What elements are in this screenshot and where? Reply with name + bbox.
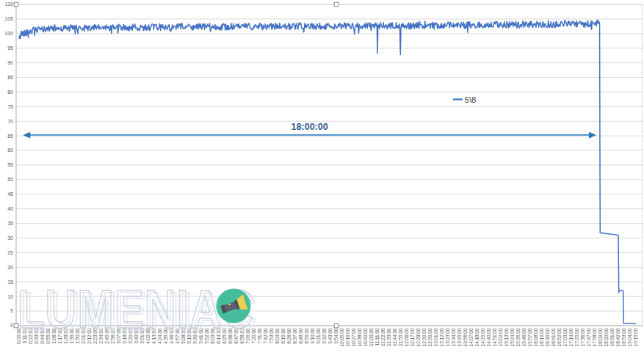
y-axis-tick-label: 15: [7, 279, 13, 285]
x-axis-tick-label: 11:33:00: [386, 328, 391, 346]
x-axis-tick-label: 15:57:00: [527, 328, 532, 346]
y-axis-tick-label: 105: [4, 16, 13, 21]
x-axis-tick-label: 12:28:00: [416, 328, 421, 346]
x-axis-tick-label: 9:21:00: [316, 328, 321, 344]
x-axis-tick-label: 16:41:00: [551, 328, 556, 346]
x-axis-tick-label: 9:54:00: [333, 328, 339, 344]
x-axis-tick-label: 12:06:00: [404, 328, 409, 346]
y-axis-tick-label: 65: [7, 133, 13, 139]
duration-arrow-label: 18:00:00: [292, 122, 328, 132]
x-axis-tick-label: 16:52:00: [557, 328, 562, 346]
x-axis-tick-label: 17:14:00: [568, 328, 574, 346]
selection-handle[interactable]: [14, 2, 18, 7]
y-axis-tick-label: 85: [7, 75, 13, 80]
y-axis-tick-label: 75: [7, 104, 13, 109]
y-axis-tick-label: 5: [10, 308, 13, 313]
x-axis-tick-label: 7:53:00: [269, 328, 274, 344]
x-axis-tick-label: 16:19:00: [539, 328, 544, 346]
x-axis-tick-label: 11:00:00: [369, 328, 374, 346]
x-axis-tick-label: 19:04:00: [627, 328, 632, 346]
x-axis-tick-label: 10:16:00: [345, 328, 350, 346]
x-axis-tick-label: 8:48:00: [298, 328, 303, 344]
x-axis-tick-label: 12:39:00: [422, 328, 427, 346]
x-axis-tick-label: 9:10:00: [310, 328, 315, 344]
y-axis-tick-label: 45: [7, 191, 13, 197]
logo-flashlight-icon: [217, 289, 251, 323]
x-axis-tick-label: 8:26:00: [286, 328, 292, 344]
y-axis-tick-label: 50: [7, 177, 13, 182]
x-axis-tick-label: 18:42:00: [615, 328, 621, 346]
y-axis-tick-label: 25: [7, 250, 13, 255]
x-axis-tick-label: 11:44:00: [392, 328, 397, 346]
x-axis-tick-label: 14:40:00: [486, 328, 491, 346]
runtime-chart: 0510152025303540455055606570758085909510…: [0, 0, 644, 355]
legend-label: 5\8: [465, 95, 477, 104]
x-axis-tick-label: 16:30:00: [545, 328, 550, 346]
x-axis-tick-label: 13:23:00: [445, 328, 450, 346]
x-axis-tick-label: 14:07:00: [468, 328, 474, 346]
x-axis-tick-label: 15:24:00: [510, 328, 515, 346]
x-axis-tick-label: 7:42:00: [263, 328, 268, 344]
y-axis-tick-label: 60: [7, 147, 13, 153]
y-axis-tick-label: 100: [4, 31, 13, 36]
x-axis-tick-label: 14:29:00: [480, 328, 485, 346]
x-axis-tick-label: 18:20:00: [604, 328, 609, 346]
x-axis-tick-label: 15:46:00: [521, 328, 527, 346]
x-axis-tick-label: 17:58:00: [592, 328, 597, 346]
x-axis-tick-label: 15:13:00: [504, 328, 509, 346]
x-axis-tick-label: 16:08:00: [533, 328, 538, 346]
y-axis-tick-label: 55: [7, 162, 13, 167]
x-axis-tick-label: 14:18:00: [474, 328, 480, 346]
x-axis-tick-label: 13:45:00: [457, 328, 462, 346]
y-axis-tick-label: 70: [7, 119, 13, 124]
x-axis-tick-label: 13:56:00: [463, 328, 468, 346]
x-axis-tick-label: 13:34:00: [451, 328, 456, 346]
y-axis-tick-label: 0: [10, 323, 13, 328]
duration-arrow[interactable]: [23, 132, 596, 139]
selection-handle[interactable]: [334, 2, 339, 7]
y-axis-tick-label: 80: [7, 89, 13, 95]
x-axis-tick-label: 19:15:00: [633, 328, 638, 346]
x-axis-tick-label: 12:50:00: [427, 328, 433, 346]
x-axis-tick-label: 12:17:00: [410, 328, 415, 346]
x-axis-tick-label: 11:55:00: [398, 328, 403, 346]
x-axis-tick-label: 7:31:00: [257, 328, 262, 344]
x-axis-tick-label: 11:22:00: [380, 328, 386, 346]
x-axis-tick-label: 18:31:00: [609, 328, 615, 346]
x-axis-tick-label: 8:37:00: [292, 328, 297, 344]
x-axis-tick-label: 18:09:00: [598, 328, 603, 346]
y-axis-tick-label: 90: [7, 60, 13, 65]
x-axis-tick-label: 9:43:00: [328, 328, 333, 344]
y-axis-tick-label: 110: [5, 1, 13, 7]
x-axis-tick-label: 8:15:00: [281, 328, 286, 344]
y-axis-tick-label: 30: [7, 235, 13, 241]
x-axis-tick-label: 15:02:00: [498, 328, 503, 346]
x-axis-tick-label: 13:12:00: [439, 328, 444, 346]
x-axis-tick-label: 14:51:00: [492, 328, 497, 346]
y-axis-tick-label: 40: [7, 206, 13, 211]
x-axis-tick-label: 18:53:00: [621, 328, 626, 346]
x-axis-tick-label: 8:59:00: [304, 328, 309, 344]
x-axis-tick-label: 13:01:00: [433, 328, 438, 346]
x-axis-tick-label: 15:35:00: [515, 328, 521, 346]
x-axis-tick-label: 17:25:00: [574, 328, 579, 346]
y-axis-tick-label: 95: [7, 45, 13, 51]
x-axis-tick-label: 10:49:00: [363, 328, 368, 346]
y-axis-tick-label: 35: [7, 221, 13, 226]
y-axis-tick-label: 10: [7, 294, 13, 299]
x-axis-tick-label: 10:27:00: [351, 328, 356, 346]
x-axis-tick-label: 17:36:00: [580, 328, 585, 346]
x-axis-tick-label: 11:11:00: [375, 328, 380, 345]
runtime-chart-svg: 0510152025303540455055606570758085909510…: [0, 0, 644, 355]
x-axis-tick-label: 8:04:00: [275, 328, 280, 344]
selection-handle[interactable]: [334, 323, 339, 328]
y-axis-tick-label: 20: [7, 265, 13, 270]
x-axis-tick-label: 10:05:00: [339, 328, 344, 346]
x-axis-tick-label: 10:38:00: [357, 328, 362, 346]
x-axis-tick-label: 9:32:00: [322, 328, 327, 344]
selection-handle[interactable]: [14, 323, 18, 328]
x-axis-tick-label: 17:47:00: [586, 328, 591, 346]
x-axis-tick-label: 17:03:00: [562, 328, 568, 346]
